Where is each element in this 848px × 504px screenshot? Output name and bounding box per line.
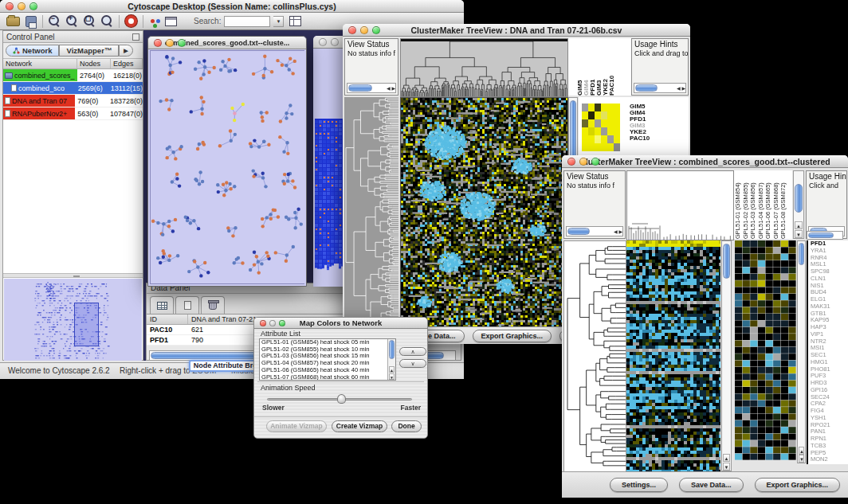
close-button[interactable] bbox=[348, 26, 356, 34]
treeview-button[interactable]: Export Graphics... bbox=[755, 478, 841, 492]
close-button[interactable] bbox=[6, 2, 14, 10]
minimize-button[interactable] bbox=[269, 320, 276, 326]
view-status-hscrollbar[interactable]: ◀ ▶ bbox=[566, 226, 623, 236]
close-button[interactable] bbox=[260, 320, 266, 326]
usage-hints-hscrollbar[interactable]: ◀ ▶ bbox=[634, 83, 686, 93]
move-up-button[interactable]: ∧ bbox=[399, 347, 426, 356]
move-down-button[interactable]: ∨ bbox=[399, 359, 426, 368]
treeview-window-2[interactable]: ClusterMaker TreeView : combined_scores_… bbox=[562, 155, 848, 498]
network-list-row[interactable]: combined_scores_ 2764(0) 16218(0) bbox=[3, 69, 143, 82]
tv1-column-labels: GIM5GIM4PFD1GIM3YKE2PAC10 bbox=[568, 38, 631, 96]
float-panel-icon[interactable] bbox=[132, 33, 139, 41]
tv2-zoom-heatmap-canvas[interactable] bbox=[735, 240, 796, 460]
tv1-row-tree-canvas[interactable] bbox=[344, 97, 398, 326]
network-file-icon bbox=[11, 84, 17, 92]
close-button[interactable] bbox=[567, 158, 575, 166]
network-overview-canvas[interactable] bbox=[4, 279, 142, 361]
column-label: GPL51-08 (GSM872) bbox=[779, 170, 787, 239]
tv2-genelist-hscrollbar[interactable] bbox=[807, 231, 843, 240]
attribute-list[interactable]: GPL51-01 (GSM854) heat shock 05 minGPL51… bbox=[259, 338, 396, 381]
minimize-button[interactable] bbox=[18, 2, 26, 10]
view-status-panel: View Status No status info f ◀ ▶ bbox=[563, 170, 626, 239]
tv2-column-tree-canvas[interactable] bbox=[626, 170, 734, 240]
column-label: PFD1 bbox=[589, 38, 595, 96]
minimize-button[interactable] bbox=[331, 38, 339, 46]
column-label: GPL51-02 (GSM855) bbox=[742, 170, 750, 239]
zoom-button[interactable] bbox=[279, 320, 285, 326]
column-label: GPL51-03 (GSM856) bbox=[749, 170, 757, 239]
create-vizmap-button[interactable]: Create Vizmap bbox=[332, 420, 387, 432]
slider-thumb[interactable] bbox=[337, 394, 346, 404]
search-input[interactable] bbox=[224, 16, 270, 27]
zoom-in-icon[interactable]: + bbox=[66, 15, 78, 27]
close-button[interactable] bbox=[319, 38, 327, 46]
trash-icon bbox=[209, 301, 217, 310]
tv2-zoom-vscrollbar[interactable]: ▲ ▼ bbox=[797, 240, 806, 463]
tv2-heatmap-vscrollbar[interactable]: ▲ ▼ bbox=[721, 240, 732, 471]
panel-divider-handle[interactable] bbox=[3, 273, 143, 278]
search-dropdown-icon[interactable]: ▼ bbox=[273, 16, 284, 27]
gene-label: MON2 bbox=[808, 456, 848, 463]
attribute-list-item[interactable]: GPL51-07 (GSM868) heat shock 60 min bbox=[260, 374, 395, 381]
network-list-row[interactable]: combined_sco 2569(6) 13112(15) bbox=[3, 82, 143, 95]
zoom-fit-icon[interactable] bbox=[101, 15, 113, 27]
minimize-button[interactable] bbox=[360, 26, 368, 34]
tv2-row-tree-canvas[interactable] bbox=[563, 240, 626, 473]
tab-overflow-arrow[interactable]: ▶ bbox=[119, 45, 132, 57]
slower-label: Slower bbox=[262, 404, 285, 412]
vizmapper-icon[interactable] bbox=[151, 19, 155, 23]
zoom-button[interactable] bbox=[591, 158, 599, 166]
import-table-icon[interactable] bbox=[289, 16, 301, 26]
network-view-canvas[interactable] bbox=[151, 51, 305, 283]
tv2-gene-list[interactable]: PFD1YRA1RNR4MSL1SPC98CLN1NIS1BUD4ELG1MAK… bbox=[807, 240, 848, 464]
tv2-top-vscrollbar[interactable]: ▲ ▼ bbox=[793, 170, 804, 239]
minimize-button[interactable] bbox=[166, 39, 174, 47]
done-button[interactable]: Done bbox=[391, 420, 422, 432]
network-list-row[interactable]: DNA and Tran 07 769(0) 183728(0) bbox=[3, 95, 143, 107]
save-session-icon[interactable] bbox=[26, 16, 37, 27]
network-file-icon bbox=[5, 72, 13, 79]
zoom-selected-icon[interactable]: ◻ bbox=[84, 15, 96, 27]
column-label: GPL51-04 (GSM857) bbox=[757, 170, 765, 239]
treeview-button[interactable]: Export Graphics... bbox=[473, 330, 552, 342]
tv1-heatmap-canvas[interactable] bbox=[400, 97, 568, 328]
view-status-hscrollbar[interactable]: ◀ ▶ bbox=[347, 83, 396, 93]
main-window-title: Cytoscape Desktop (Session Name: collins… bbox=[0, 2, 464, 11]
attribute-list-scrollbar[interactable]: ▲ ▼ bbox=[387, 339, 395, 380]
main-titlebar[interactable]: Cytoscape Desktop (Session Name: collins… bbox=[0, 0, 464, 13]
node-attribute-tab[interactable] bbox=[150, 296, 174, 314]
tv1-mini-heatmap-canvas[interactable] bbox=[582, 104, 620, 151]
tv1-row-labels: GIM5GIM4PFD1GIM3YKE2PAC10 bbox=[630, 104, 650, 142]
close-button[interactable] bbox=[154, 39, 162, 47]
search-label: Search: bbox=[194, 17, 221, 25]
open-session-icon[interactable] bbox=[6, 17, 20, 26]
tab-network[interactable]: Network bbox=[6, 45, 59, 57]
annotation-icon[interactable] bbox=[165, 17, 177, 26]
usage-hints-panel: Usage Hints Click and bbox=[806, 170, 847, 239]
animation-speed-label: Animation Speed bbox=[261, 384, 316, 392]
animate-vizmap-button[interactable]: Animate Vizmap bbox=[266, 420, 327, 432]
zoom-button[interactable] bbox=[29, 2, 37, 10]
column-label: GIM4 bbox=[583, 38, 589, 96]
tv2-heatmap-canvas[interactable] bbox=[626, 240, 720, 471]
tab-vizmapper[interactable]: VizMapper™ bbox=[59, 45, 119, 57]
column-label: GIM3 bbox=[595, 38, 602, 96]
network-file-icon bbox=[5, 97, 10, 104]
view-status-panel: View Status No status info f ◀ ▶ bbox=[344, 38, 398, 96]
zoom-button[interactable] bbox=[178, 39, 186, 47]
column-header-id[interactable]: ID bbox=[147, 315, 188, 324]
zoom-button[interactable] bbox=[372, 26, 380, 34]
map-colors-dialog[interactable]: Map Colors to Network Attribute List GPL… bbox=[253, 317, 428, 439]
help-icon[interactable] bbox=[125, 15, 137, 27]
new-attribute-tab[interactable] bbox=[175, 296, 199, 314]
row-label: PAC10 bbox=[630, 135, 650, 142]
network-window-1[interactable]: combined_scores_good.txt--cluste... bbox=[147, 36, 307, 287]
tv2-button-bar: Settings...Save Data...Export Graphics..… bbox=[562, 471, 848, 498]
tv1-column-tree-canvas[interactable] bbox=[400, 38, 568, 97]
zoom-out-icon[interactable]: − bbox=[49, 15, 61, 27]
treeview-button[interactable]: Settings... bbox=[610, 478, 668, 492]
network-list-row[interactable]: RNAPuberNov2+ 563(0) 107847(0) bbox=[3, 107, 143, 120]
delete-attribute-tab[interactable] bbox=[201, 296, 225, 314]
treeview-button[interactable]: Save Data... bbox=[679, 478, 744, 492]
minimize-button[interactable] bbox=[579, 158, 587, 166]
